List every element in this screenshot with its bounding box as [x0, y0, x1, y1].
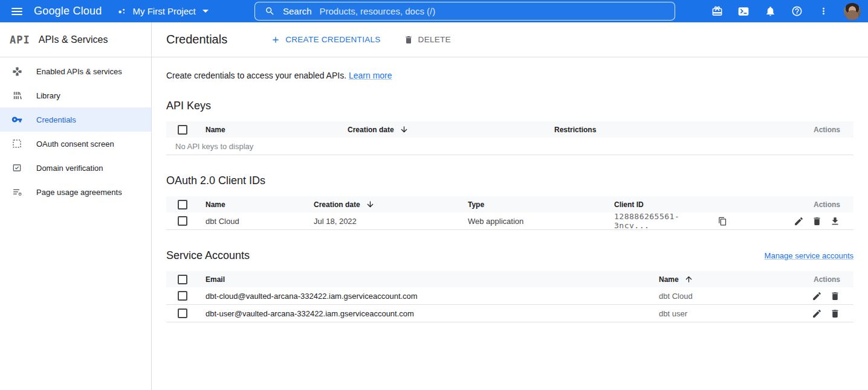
search-label: Search [283, 6, 312, 16]
table-row: dbt-cloud@vaulted-arcana-332422.iam.gser… [166, 287, 853, 305]
help-icon[interactable] [791, 5, 803, 18]
edit-icon[interactable] [812, 291, 822, 301]
project-icon [117, 7, 127, 16]
sort-desc-icon [400, 125, 409, 134]
oauth-clients-table: Name Creation date Type Client ID Action… [166, 196, 853, 230]
column-actions: Actions [727, 200, 853, 209]
plus-icon [271, 35, 280, 45]
table-row: dbt-user@vaulted-arcana-332422.iam.gserv… [166, 305, 853, 322]
api-keys-header-row: Name Creation date Restrictions Actions [166, 121, 853, 138]
sort-asc-icon [684, 275, 693, 284]
search-bar[interactable]: Search Products, resources, docs (/) [254, 2, 675, 21]
sidebar-title: APIs & Services [39, 34, 108, 45]
library-icon [11, 90, 22, 101]
page-title: Credentials [166, 33, 227, 46]
service-accounts-table: Email Name Actions dbt-cloud@vaulted-arc… [166, 271, 853, 322]
delete-icon[interactable] [830, 291, 840, 301]
sidebar: API APIs & Services Enabled APIs & servi… [0, 22, 152, 390]
delete-icon[interactable] [830, 308, 840, 319]
select-all-checkbox[interactable] [178, 200, 187, 209]
column-creation-date[interactable]: Creation date [314, 200, 468, 209]
column-name[interactable]: Name [206, 126, 348, 134]
topbar: Google Cloud My First Project Search Pro… [0, 0, 868, 22]
service-accounts-header-row: Email Name Actions [166, 271, 853, 287]
column-actions: Actions [698, 126, 854, 134]
manage-service-accounts-link[interactable]: Manage service accounts [765, 251, 853, 260]
notifications-icon[interactable] [764, 5, 776, 18]
oauth-header-row: Name Creation date Type Client ID Action… [166, 196, 853, 213]
page-header: Credentials CREATE CREDENTIALS DELETE [152, 22, 868, 57]
enabled-apis-icon [11, 66, 22, 77]
api-keys-heading: API Keys [166, 100, 211, 112]
download-icon[interactable] [830, 216, 840, 226]
intro-text: Create credentials to access your enable… [166, 71, 853, 80]
api-keys-table: Name Creation date Restrictions Actions … [166, 121, 853, 155]
service-account-name: dbt Cloud [659, 292, 780, 301]
oauth-clients-heading: OAuth 2.0 Client IDs [166, 174, 265, 187]
column-name[interactable]: Name [206, 200, 314, 209]
client-id-value: 128886265561-3ncv... [614, 212, 713, 230]
page-usage-icon [11, 187, 22, 197]
service-account-email: dbt-user@vaulted-arcana-332422.iam.gserv… [206, 309, 659, 318]
search-icon [265, 6, 275, 16]
sidebar-item-library[interactable]: Library [0, 83, 151, 107]
search-placeholder: Products, resources, docs (/) [320, 6, 436, 16]
oauth-clients-section: OAuth 2.0 Client IDs Name Creation date … [166, 174, 853, 230]
column-creation-date[interactable]: Creation date [348, 125, 554, 134]
service-accounts-section: Service Accounts Manage service accounts… [166, 249, 853, 322]
select-all-checkbox[interactable] [178, 275, 187, 284]
api-keys-section: API Keys Name Creation date Restrictions [166, 100, 853, 155]
sidebar-item-credentials[interactable]: Credentials [0, 107, 151, 132]
sidebar-item-oauth-consent[interactable]: OAuth consent screen [0, 132, 151, 156]
row-checkbox[interactable] [178, 308, 187, 318]
column-actions: Actions [780, 275, 853, 284]
api-keys-empty-row: No API keys to display [166, 138, 853, 155]
column-name[interactable]: Name [659, 275, 780, 284]
service-account-email: dbt-cloud@vaulted-arcana-332422.iam.gser… [206, 292, 659, 301]
column-restrictions[interactable]: Restrictions [554, 126, 698, 134]
learn-more-link[interactable]: Learn more [349, 71, 392, 80]
create-credentials-button[interactable]: CREATE CREDENTIALS [265, 31, 386, 48]
google-cloud-logo[interactable]: Google Cloud [34, 5, 102, 18]
menu-icon[interactable] [0, 0, 34, 22]
edit-icon[interactable] [794, 216, 804, 226]
topbar-actions [711, 0, 861, 22]
row-checkbox[interactable] [178, 291, 187, 301]
sidebar-item-page-usage[interactable]: Page usage agreements [0, 180, 151, 204]
table-row: dbt Cloud Jul 18, 2022 Web application 1… [166, 213, 853, 230]
gift-icon[interactable] [711, 5, 723, 18]
avatar[interactable] [844, 3, 861, 20]
delete-icon[interactable] [812, 216, 822, 226]
chevron-down-icon [202, 10, 209, 13]
select-all-checkbox[interactable] [178, 125, 187, 135]
row-checkbox[interactable] [178, 216, 187, 226]
sidebar-header: API APIs & Services [0, 22, 151, 57]
sort-desc-icon [366, 200, 375, 209]
column-email[interactable]: Email [206, 275, 659, 284]
oauth-consent-icon [11, 138, 22, 149]
sidebar-item-domain-verification[interactable]: Domain verification [0, 156, 151, 180]
client-type: Web application [468, 217, 614, 226]
project-selector[interactable]: My First Project [117, 6, 208, 16]
domain-verification-icon [11, 162, 22, 173]
delete-button[interactable]: DELETE [398, 31, 457, 48]
more-vert-icon[interactable] [817, 5, 829, 18]
sidebar-item-enabled-apis[interactable]: Enabled APIs & services [0, 59, 151, 83]
column-client-id[interactable]: Client ID [614, 200, 727, 209]
key-icon [11, 114, 22, 125]
api-logo: API [10, 34, 30, 46]
service-accounts-heading: Service Accounts [166, 249, 250, 262]
cloud-shell-icon[interactable] [737, 5, 750, 18]
client-name: dbt Cloud [206, 217, 314, 226]
project-name: My First Project [132, 6, 195, 16]
trash-icon [404, 35, 413, 45]
client-creation-date: Jul 18, 2022 [314, 217, 468, 226]
column-type[interactable]: Type [468, 200, 614, 209]
edit-icon[interactable] [812, 308, 822, 319]
copy-icon[interactable] [718, 217, 727, 226]
service-account-name: dbt user [659, 309, 780, 318]
